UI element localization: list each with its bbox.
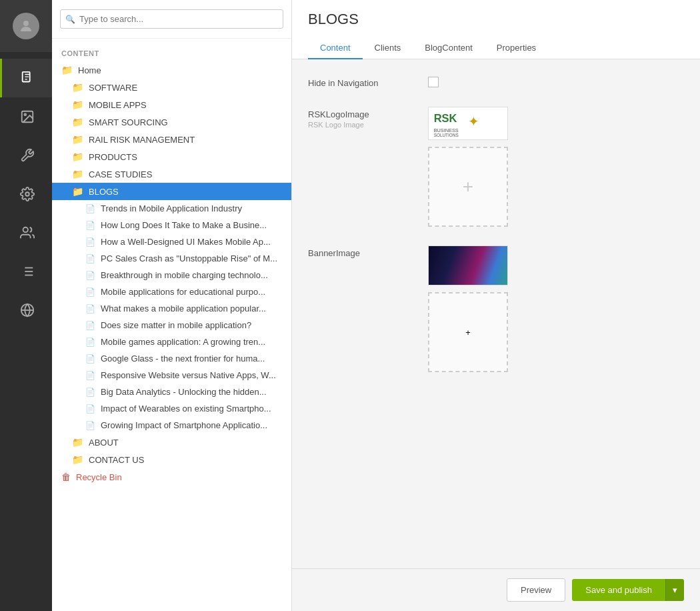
trash-icon: 🗑 <box>61 472 71 482</box>
save-publish-button[interactable]: Save and publish <box>572 579 665 601</box>
nav-image-icon[interactable] <box>0 97 52 136</box>
tree-item-mobile-apps[interactable]: 📁 MOBILE APPS <box>52 96 291 113</box>
folder-icon: 📄 <box>85 287 95 297</box>
tree-item-label: How a Well-Designed UI Makes Mobile Ap..… <box>101 237 271 247</box>
tree-item-well-designed[interactable]: 📄 How a Well-Designed UI Makes Mobile Ap… <box>52 233 291 250</box>
folder-icon: 📄 <box>85 271 95 280</box>
tree-item-label: RAIL RISK MANAGEMENT <box>89 135 195 145</box>
folder-icon: 📄 <box>85 237 95 247</box>
svg-point-5 <box>23 227 27 232</box>
tree-item-label: PRODUCTS <box>89 152 137 162</box>
nav-people-icon[interactable] <box>0 213 52 252</box>
tab-bar: Content Clients BlogContent Properties <box>308 37 684 59</box>
tree-item-label: Mobile games application: A growing tren… <box>101 337 265 347</box>
tree-item-label: Recycle Bin <box>76 472 122 482</box>
tree-item-google-glass[interactable]: 📄 Google Glass - the next frontier for h… <box>52 350 291 367</box>
main-body: Hide in Navigation RSKLogoImage RSK Logo… <box>292 59 700 568</box>
tree-item-does-size[interactable]: 📄 Does size matter in mobile application… <box>52 317 291 334</box>
rsk-logo-row: RSKLogoImage RSK Logo Image RSK BUSINESS… <box>308 107 684 227</box>
folder-icon: 📄 <box>85 371 95 380</box>
tab-blogcontent[interactable]: BlogContent <box>413 37 485 59</box>
tree-item-rail-risk[interactable]: 📁 RAIL RISK MANAGEMENT <box>52 131 291 148</box>
tree-item-growing-impact[interactable]: 📄 Growing Impact of Smartphone Applicati… <box>52 417 291 434</box>
tab-properties[interactable]: Properties <box>485 37 548 59</box>
folder-icon: 📄 <box>85 304 95 314</box>
tree-item-smart-sourcing[interactable]: 📁 SMART SOURCING <box>52 113 291 131</box>
main-panel: BLOGS Content Clients BlogContent Proper… <box>292 0 700 611</box>
tree-item-about[interactable]: 📁 ABOUT <box>52 434 291 451</box>
folder-icon: 📁 <box>72 169 83 179</box>
tree-item-what-makes[interactable]: 📄 What makes a mobile application popula… <box>52 300 291 317</box>
tab-clients[interactable]: Clients <box>363 37 413 59</box>
tree-item-blogs[interactable]: 📁 BLOGS <box>52 183 291 200</box>
svg-point-0 <box>23 21 29 26</box>
tree-item-impact-wearables[interactable]: 📄 Impact of Wearables on existing Smartp… <box>52 400 291 417</box>
tree-item-recycle-bin[interactable]: 🗑 Recycle Bin <box>52 468 291 486</box>
main-header: BLOGS Content Clients BlogContent Proper… <box>292 0 700 59</box>
tree-item-mobile-educational[interactable]: 📄 Mobile applications for educational pu… <box>52 283 291 300</box>
tree-item-contact[interactable]: 📁 CONTACT US <box>52 451 291 468</box>
folder-icon: 📁 <box>72 437 83 448</box>
folder-icon: 📁 <box>72 99 83 110</box>
tree-item-label: Breakthrough in mobile charging technolo… <box>101 270 268 280</box>
svg-text:✦: ✦ <box>468 114 479 129</box>
folder-icon: 📄 <box>85 221 95 230</box>
hide-navigation-checkbox[interactable] <box>428 77 439 87</box>
folder-icon: 📁 <box>72 151 83 162</box>
tree-item-label: Trends in Mobile Application Industry <box>101 203 242 213</box>
banner-placeholder[interactable]: + <box>428 292 508 372</box>
plus-icon: + <box>465 328 471 338</box>
save-publish-group: Save and publish ▾ <box>572 579 684 601</box>
preview-button[interactable]: Preview <box>507 578 565 602</box>
tree-item-label: MOBILE APPS <box>89 100 147 110</box>
search-bar: 🔍 <box>52 0 291 39</box>
rsk-logo-placeholder[interactable]: + <box>428 147 508 227</box>
tree-item-pc-sales[interactable]: 📄 PC Sales Crash as "Unstoppable Rise" o… <box>52 250 291 267</box>
tree-item-case-studies[interactable]: 📁 CASE STUDIES <box>52 165 291 183</box>
folder-icon: 📄 <box>85 204 95 213</box>
tree-item-products[interactable]: 📁 PRODUCTS <box>52 148 291 165</box>
tab-content[interactable]: Content <box>308 37 363 59</box>
tree-item-big-data[interactable]: 📄 Big Data Analytics - Unlocking the hid… <box>52 384 291 400</box>
folder-icon: 📁 <box>72 186 83 197</box>
tree-item-mobile-games[interactable]: 📄 Mobile games application: A growing tr… <box>52 334 291 350</box>
folder-icon: 📁 <box>72 454 83 465</box>
tree-item-how-long[interactable]: 📄 How Long Does It Take to Make a Busine… <box>52 217 291 233</box>
nav-globe-icon[interactable] <box>0 291 52 330</box>
rsk-logo-label: RSKLogoImage RSK Logo Image <box>308 107 415 129</box>
svg-point-4 <box>25 192 29 196</box>
folder-icon: 📄 <box>85 254 95 263</box>
user-avatar[interactable] <box>0 0 52 52</box>
save-publish-dropdown-button[interactable]: ▾ <box>665 579 684 601</box>
svg-point-3 <box>24 113 26 115</box>
tree-item-label: Growing Impact of Smartphone Applicatio.… <box>101 420 267 430</box>
tree-item-label: Big Data Analytics - Unlocking the hidde… <box>101 387 267 397</box>
folder-icon: 📁 <box>72 134 83 145</box>
nav-tools-icon[interactable] <box>0 136 52 175</box>
nav-list-icon[interactable] <box>0 252 52 291</box>
tree-item-responsive[interactable]: 📄 Responsive Website versus Native Apps,… <box>52 367 291 384</box>
folder-icon: 📄 <box>85 338 95 347</box>
tree-item-breakthrough[interactable]: 📄 Breakthrough in mobile charging techno… <box>52 267 291 283</box>
tree-item-home[interactable]: 📁 Home <box>52 61 291 79</box>
folder-icon: 📄 <box>85 404 95 414</box>
search-input[interactable] <box>60 9 283 29</box>
svg-text:SOLUTIONS: SOLUTIONS <box>434 133 459 137</box>
page-title: BLOGS <box>308 11 684 28</box>
svg-text:RSK: RSK <box>434 112 457 124</box>
rsk-logo-thumb: RSK BUSINESS SOLUTIONS ✦ <box>428 107 508 140</box>
tree-item-trends[interactable]: 📄 Trends in Mobile Application Industry <box>52 200 291 217</box>
tree-item-software[interactable]: 📁 SOFTWARE <box>52 79 291 96</box>
hide-navigation-row: Hide in Navigation <box>308 75 684 88</box>
icon-sidebar <box>0 0 52 611</box>
action-bar: Preview Save and publish ▾ <box>292 568 700 611</box>
tree-item-label: Responsive Website versus Native Apps, W… <box>101 370 276 380</box>
tree-item-label: Home <box>78 65 101 75</box>
tree-item-label: SMART SOURCING <box>89 117 168 127</box>
nav-settings-icon[interactable] <box>0 175 52 213</box>
nav-page-icon[interactable] <box>0 59 52 97</box>
tree-item-label: SOFTWARE <box>89 83 137 93</box>
search-icon: 🔍 <box>65 15 75 24</box>
folder-icon: 📁 <box>72 82 83 93</box>
folder-icon: 📄 <box>85 421 95 430</box>
